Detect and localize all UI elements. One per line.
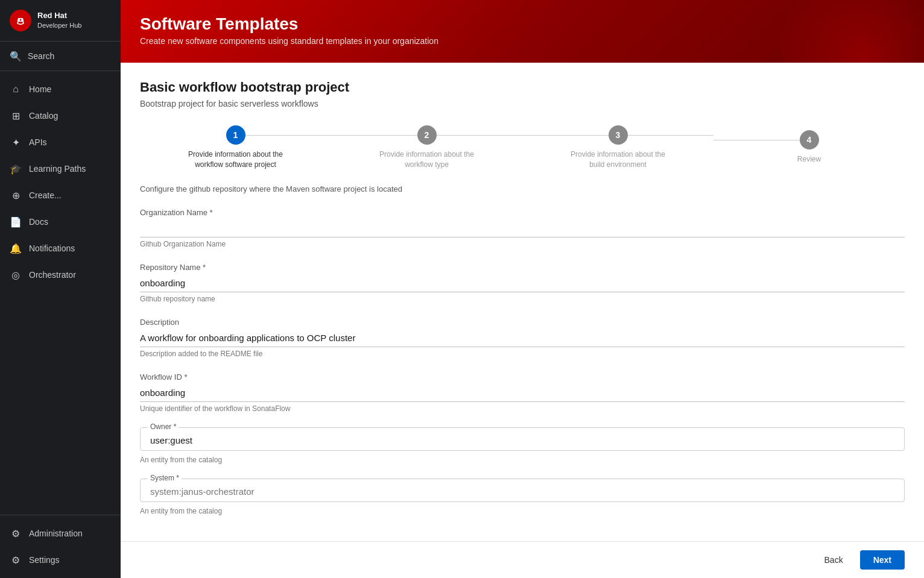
page-title: Basic workflow bootstrap project [140, 80, 905, 95]
sidebar-item-home[interactable]: ⌂ Home [0, 76, 121, 102]
org-name-label: Organization Name * [140, 208, 905, 217]
sidebar-item-create[interactable]: ⊕ Create... [0, 182, 121, 209]
sidebar-item-orchestrator[interactable]: ◎ Orchestrator [0, 262, 121, 288]
step-1-label: Provide information about the workflow s… [182, 149, 290, 170]
workflow-id-input[interactable] [140, 384, 905, 402]
sidebar-item-catalog[interactable]: ⊞ Catalog [0, 102, 121, 129]
org-name-helper: Github Organization Name [140, 240, 905, 248]
sidebar-item-apis[interactable]: ✦ APIs [0, 129, 121, 155]
owner-helper: An entity from the catalog [140, 456, 905, 464]
sidebar-item-docs[interactable]: 📄 Docs [0, 209, 121, 235]
step-2-line-left [331, 135, 417, 136]
bell-icon: 🔔 [10, 242, 22, 254]
step-3-label: Provide information about the build envi… [564, 149, 672, 170]
search-button[interactable]: 🔍 Search [0, 42, 121, 71]
step-4-top: 4 [714, 130, 905, 149]
step-2-top: 2 [331, 125, 522, 145]
step-3-line-right [628, 135, 714, 136]
system-block: System * An entity from the catalog [140, 479, 905, 515]
sidebar-item-apis-label: APIs [29, 137, 47, 147]
next-button[interactable]: Next [860, 550, 905, 570]
step-1-top: 1 [140, 125, 331, 145]
sidebar-item-notifications[interactable]: 🔔 Notifications [0, 235, 121, 262]
sidebar-item-notifications-label: Notifications [29, 243, 75, 253]
svg-point-0 [10, 10, 31, 31]
sidebar-item-create-label: Create... [29, 190, 62, 200]
sidebar-item-docs-label: Docs [29, 217, 48, 227]
footer: Back Next [121, 541, 924, 578]
redhat-logo-icon [10, 10, 31, 31]
sidebar-item-learning-paths[interactable]: 🎓 Learning Paths [0, 155, 121, 182]
repo-name-helper: Github repository name [140, 295, 905, 303]
system-input[interactable] [150, 486, 894, 497]
description-input[interactable] [140, 329, 905, 347]
circle-nodes-icon: ◎ [10, 269, 22, 281]
plus-circle-icon: ⊕ [10, 189, 22, 201]
system-label: System * [148, 474, 182, 482]
step-2-label: Provide information about the workflow t… [373, 149, 481, 170]
sidebar: Red Hat Developer Hub 🔍 Search ⌂ Home ⊞ … [0, 0, 121, 578]
step-1-circle-wrap: 1 [226, 125, 245, 145]
sidebar-bottom: ⚙ Administration ⚙ Settings [0, 515, 121, 578]
sidebar-item-orchestrator-label: Orchestrator [29, 270, 76, 280]
step-4-line-left [714, 140, 800, 140]
sidebar-item-settings[interactable]: ⚙ Settings [0, 547, 121, 573]
owner-label: Owner * [148, 423, 179, 431]
home-icon: ⌂ [10, 83, 22, 95]
search-label: Search [28, 51, 54, 61]
step-4-circle: 4 [800, 130, 819, 149]
grid-icon: ⊞ [10, 110, 22, 122]
content-inner: Basic workflow bootstrap project Bootstr… [121, 63, 924, 541]
sidebar-item-catalog-label: Catalog [29, 111, 58, 121]
workflow-id-field: Workflow ID * Unique identifier of the w… [140, 372, 905, 413]
back-button[interactable]: Back [815, 550, 853, 570]
content-area: Basic workflow bootstrap project Bootstr… [121, 63, 924, 541]
description-label: Description [140, 318, 905, 327]
repo-name-input[interactable] [140, 274, 905, 292]
step-3-line-left [522, 135, 609, 136]
step-4-label: Review [797, 154, 821, 165]
page-header: Software Templates Create new software c… [121, 0, 924, 63]
sidebar-item-learning-paths-label: Learning Paths [29, 164, 86, 174]
step-2-circle-wrap: 2 [417, 125, 437, 145]
sidebar-item-home-label: Home [29, 84, 51, 94]
file-icon: 📄 [10, 216, 22, 228]
step-4-circle-wrap: 4 [800, 130, 819, 149]
settings-gear-icon: ⚙ [10, 554, 22, 566]
sidebar-item-settings-label: Settings [29, 555, 60, 565]
description-field: Description Description added to the REA… [140, 318, 905, 358]
owner-block: Owner * An entity from the catalog [140, 427, 905, 464]
step-3: 3 Provide information about the build en… [522, 125, 714, 170]
header-title: Software Templates [140, 14, 905, 34]
sidebar-item-administration-label: Administration [29, 529, 83, 538]
sidebar-nav: ⌂ Home ⊞ Catalog ✦ APIs 🎓 Learning Paths… [0, 71, 121, 515]
search-icon: 🔍 [10, 50, 22, 62]
workflow-id-label: Workflow ID * [140, 372, 905, 382]
org-name-input[interactable] [140, 219, 905, 237]
step-2-line-right [437, 135, 523, 136]
step-3-top: 3 [522, 125, 714, 145]
sidebar-logo-text: Red Hat Developer Hub [37, 11, 81, 30]
section-description: Configure the github repository where th… [140, 184, 905, 193]
description-helper: Description added to the README file [140, 350, 905, 358]
main-content: Software Templates Create new software c… [121, 0, 924, 578]
workflow-id-helper: Unique identifier of the workflow in Son… [140, 404, 905, 413]
page-subtitle: Bootstrap project for basic serverless w… [140, 99, 905, 108]
admin-gear-icon: ⚙ [10, 527, 22, 539]
step-2: 2 Provide information about the workflow… [331, 125, 522, 170]
system-bordered-field: System * [140, 479, 905, 502]
step-3-circle: 3 [609, 125, 628, 145]
owner-input[interactable] [150, 435, 894, 445]
graduation-icon: 🎓 [10, 163, 22, 175]
repo-name-field: Repository Name * Github repository name [140, 263, 905, 303]
owner-bordered-field: Owner * [140, 427, 905, 451]
step-1-circle: 1 [226, 125, 245, 145]
sidebar-item-administration[interactable]: ⚙ Administration [0, 520, 121, 547]
stepper: 1 Provide information about the workflow… [140, 125, 905, 170]
step-1: 1 Provide information about the workflow… [140, 125, 331, 170]
step-4: 4 Review [714, 130, 905, 165]
header-subtitle: Create new software components using sta… [140, 36, 905, 46]
step-3-circle-wrap: 3 [609, 125, 628, 145]
repo-name-label: Repository Name * [140, 263, 905, 272]
step-1-line-right [245, 135, 332, 136]
